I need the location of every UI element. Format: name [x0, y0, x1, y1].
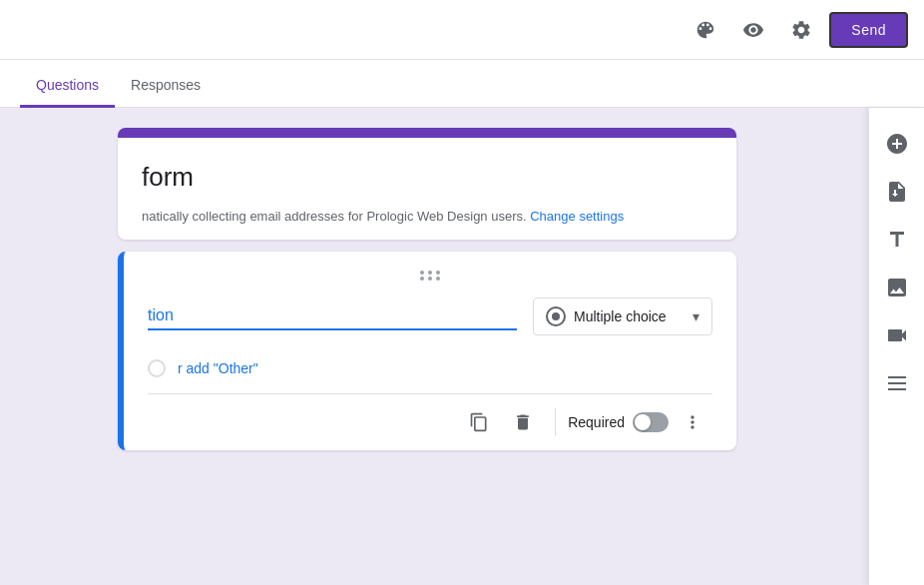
add-video-button[interactable]: [877, 315, 917, 355]
image-icon: [885, 276, 909, 299]
question-card: Multiple choice ▾ r add "Other": [118, 252, 736, 450]
header: Send: [0, 0, 924, 60]
multiple-choice-icon: [546, 306, 566, 326]
drag-handle-icon: [418, 270, 442, 282]
svg-point-4: [428, 277, 432, 281]
send-button[interactable]: Send: [829, 12, 908, 48]
more-options-button[interactable]: [673, 402, 712, 442]
change-settings-link[interactable]: Change settings: [530, 209, 624, 224]
question-row: Multiple choice ▾: [148, 297, 712, 335]
svg-point-3: [420, 277, 424, 281]
add-section-button[interactable]: [877, 363, 917, 403]
required-row: Required: [568, 412, 669, 432]
add-circle-icon: [885, 132, 909, 156]
add-question-button[interactable]: [877, 124, 917, 164]
question-input[interactable]: [148, 302, 517, 330]
radio-placeholder: [148, 359, 166, 377]
required-label: Required: [568, 414, 625, 430]
form-title: form: [142, 162, 712, 193]
type-selector[interactable]: Multiple choice ▾: [533, 297, 712, 335]
form-content: form natically collecting email addresse…: [0, 108, 924, 585]
add-image-button[interactable]: [877, 268, 917, 307]
add-title-button[interactable]: [877, 220, 917, 260]
settings-icon: [790, 19, 812, 41]
add-other-row: r add "Other": [148, 351, 712, 393]
question-input-wrapper: [148, 302, 517, 330]
preview-icon: [742, 19, 764, 41]
toolbar-divider: [555, 408, 556, 436]
svg-point-5: [436, 277, 440, 281]
form-email-note: natically collecting email addresses for…: [142, 209, 712, 224]
svg-point-0: [420, 271, 424, 275]
video-icon: [885, 323, 909, 347]
delete-button[interactable]: [503, 402, 543, 442]
tab-questions[interactable]: Questions: [20, 65, 115, 108]
palette-icon: [694, 19, 716, 41]
svg-point-2: [436, 271, 440, 275]
right-sidebar: [868, 108, 924, 585]
header-icons: Send: [686, 10, 908, 50]
more-vert-icon: [683, 412, 702, 432]
required-toggle[interactable]: [633, 412, 669, 432]
preview-button[interactable]: [733, 10, 773, 50]
main-area: form natically collecting email addresse…: [0, 108, 924, 585]
card-toolbar: Required: [148, 393, 712, 450]
import-questions-button[interactable]: [877, 172, 917, 212]
import-icon: [885, 180, 909, 204]
tabs-bar: Questions Responses: [0, 60, 924, 108]
duplicate-button[interactable]: [459, 402, 499, 442]
section-icon: [885, 371, 909, 395]
svg-point-1: [428, 271, 432, 275]
tab-responses[interactable]: Responses: [115, 65, 217, 108]
duplicate-icon: [469, 412, 489, 432]
add-other-link[interactable]: r add "Other": [178, 360, 258, 376]
type-label: Multiple choice: [574, 308, 667, 324]
settings-button[interactable]: [781, 10, 821, 50]
palette-button[interactable]: [686, 10, 725, 50]
chevron-down-icon: ▾: [693, 308, 699, 324]
title-icon: [885, 228, 909, 252]
delete-icon: [513, 412, 533, 432]
form-header-card: form natically collecting email addresse…: [118, 128, 736, 240]
drag-handle[interactable]: [148, 268, 712, 286]
